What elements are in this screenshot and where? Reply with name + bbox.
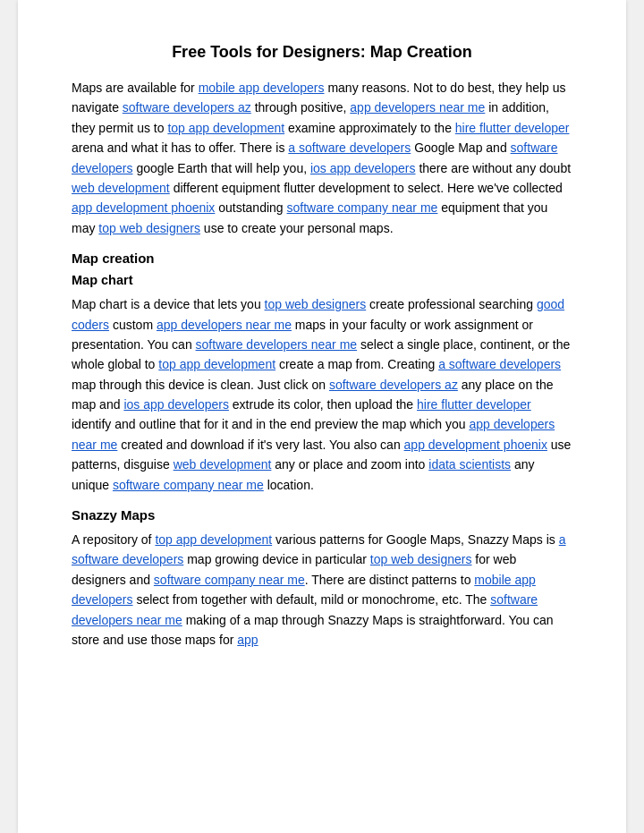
link-ios-app-developers-1[interactable]: ios app developers: [310, 161, 416, 175]
intro-text-7: Google Map and: [411, 140, 510, 155]
sm-text-1: A repository of: [72, 532, 155, 547]
link-idata-scientists[interactable]: idata scientists: [428, 457, 511, 472]
sm-text-6: select from together with default, mild …: [133, 592, 491, 607]
map-chart-paragraph: Map chart is a device that lets you top …: [72, 294, 572, 495]
document-page: Free Tools for Designers: Map Creation M…: [18, 0, 626, 833]
link-top-app-development-3[interactable]: top app development: [155, 532, 272, 547]
link-app-development-phoenix-2[interactable]: app development phoenix: [404, 438, 547, 452]
intro-text-8: google Earth that will help you,: [133, 161, 310, 175]
mc-text-7: map through this device is clean. Just c…: [72, 378, 329, 392]
link-web-development-1[interactable]: web development: [72, 181, 170, 195]
link-top-web-designers-2[interactable]: top web designers: [265, 297, 367, 311]
link-software-company-near-me-2[interactable]: software company near me: [113, 478, 264, 492]
section-heading-snazzy-maps: Snazzy Maps: [72, 507, 572, 523]
mc-text-13: any or place and zoom into: [271, 457, 428, 472]
intro-text-10: different equipment flutter development …: [170, 181, 563, 195]
mc-text-11: created and download if it's very last. …: [117, 438, 403, 452]
intro-text-1: Maps are available for: [72, 81, 199, 95]
link-a-software-developers-1[interactable]: a software developers: [288, 140, 411, 155]
sm-text-2: various patterns for Google Maps, Snazzy…: [272, 532, 559, 547]
link-hire-flutter-developer-1[interactable]: hire flutter developer: [455, 121, 570, 135]
mc-text-2: create professional searching: [366, 297, 537, 311]
intro-text-9: there are without any doubt: [416, 161, 572, 175]
mc-text-6: create a map from. Creating: [275, 357, 438, 371]
link-ios-app-developers-2[interactable]: ios app developers: [123, 397, 229, 412]
link-software-company-near-me-3[interactable]: software company near me: [154, 573, 305, 587]
link-mobile-app-developers-1[interactable]: mobile app developers: [199, 81, 325, 95]
intro-text-5: examine approximately to the: [284, 121, 455, 135]
sub-heading-map-chart: Map chart: [72, 273, 572, 287]
mc-text-3: custom: [109, 318, 157, 332]
intro-text-6: arena and what it has to offer. There is: [72, 140, 288, 155]
intro-text-11: outstanding: [215, 200, 286, 215]
snazzy-maps-paragraph: A repository of top app development vari…: [72, 530, 572, 650]
section-heading-map-creation: Map creation: [72, 251, 572, 266]
intro-paragraph: Maps are available for mobile app develo…: [72, 78, 572, 238]
link-app-developers-near-me-2[interactable]: app developers near me: [157, 318, 292, 332]
page-title: Free Tools for Designers: Map Creation: [72, 43, 572, 62]
link-app-development-phoenix-1[interactable]: app development phoenix: [72, 200, 215, 215]
mc-text-10: identify and outline that for it and in …: [72, 417, 469, 431]
link-hire-flutter-developer-2[interactable]: hire flutter developer: [417, 397, 531, 412]
link-software-developers-az-1[interactable]: software developers az: [123, 100, 251, 115]
mc-text-9: extrude its color, then upload the: [229, 397, 417, 412]
link-top-web-designers-1[interactable]: top web designers: [98, 221, 200, 235]
link-top-app-development-1[interactable]: top app development: [167, 121, 284, 135]
link-web-development-2[interactable]: web development: [174, 457, 272, 472]
link-top-app-development-2[interactable]: top app development: [158, 357, 275, 371]
link-software-developers-near-me-1[interactable]: software developers near me: [196, 337, 358, 352]
link-top-web-designers-3[interactable]: top web designers: [370, 552, 472, 566]
link-software-company-near-me-1[interactable]: software company near me: [287, 200, 438, 215]
intro-text-3: through positive,: [251, 100, 351, 115]
mc-text-1: Map chart is a device that lets you: [72, 297, 265, 311]
link-software-developers-az-2[interactable]: software developers az: [329, 378, 458, 392]
mc-text-15: location.: [264, 478, 314, 492]
link-app-2[interactable]: app: [237, 633, 258, 647]
intro-text-13: use to create your personal maps.: [200, 221, 394, 235]
link-a-software-developers-2[interactable]: a software developers: [438, 357, 561, 371]
link-app-developers-near-me-1[interactable]: app developers near me: [350, 100, 485, 115]
sm-text-3: map growing device in particular: [183, 552, 370, 566]
sm-text-5: . There are distinct patterns to: [305, 573, 475, 587]
